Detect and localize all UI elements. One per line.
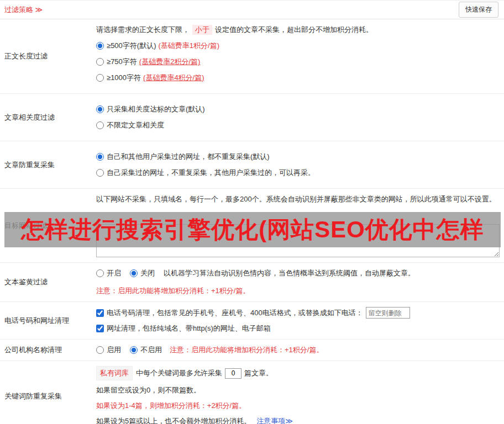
dedupe-self-radio[interactable] [96,169,104,177]
length-750-note: (基础费率2积分/篇) [139,56,201,67]
porn-filter-content: 开启 关闭 以机器学习算法自动识别色情内容，当色情概率达到系统阈值，自动屏蔽文章… [96,263,504,301]
porn-options-line: 开启 关闭 以机器学习算法自动识别色情内容，当色情概率达到系统阈值，自动屏蔽文章… [96,268,500,279]
phone-cleanup-line: 电话号码清理，包括常见的手机号、座机号、400电话格式，或替换成如下电话： [96,307,500,319]
relevance-option-any[interactable]: 不限定文章相关度 [96,120,500,131]
url-cleanup-text: 网址清理，包括纯域名、带http(s)的网址、电子邮箱 [107,323,271,334]
porn-off-option[interactable]: 关闭 [130,268,155,279]
relevance-strict-text: 只采集相关度达标的文章(默认) [107,104,205,115]
body-length-content: 请选择需求的正文长度下限，小于设定值的文章不采集，超出部分不增加积分消耗。 ≥5… [96,19,504,93]
relevance-option-strict[interactable]: 只采集相关度达标的文章(默认) [96,104,500,115]
relevance-any-text: 不限定文章相关度 [107,120,164,131]
replacement-phone-input[interactable] [366,307,410,319]
keyword-note-five-line: 如果设为5篇或以上，也不会额外增加积分消耗。 注意事项≫ [96,416,500,424]
length-option-750[interactable]: ≥750字符 (基础费率2积分/篇) [96,56,500,67]
intro-post: 设定值的文章不采集，超出部分不增加积分消耗。 [215,25,373,34]
length-500-note: (基础费率1积分/篇) [158,40,219,51]
company-cleanup-content: 启用 不启用 注意：启用此功能将增加积分消耗：+1积分/篇。 [96,340,504,361]
keyword-limit-line: 私有词库 中每个关键词最多允许采集 篇文章。 [96,366,500,380]
topbar: 过滤策略 ≫ 快速保存 [0,1,504,19]
relevance-content: 只采集相关度达标的文章(默认) 不限定文章相关度 [96,94,504,141]
row-label-dedupe: 文章防重复采集 [0,141,96,188]
url-cleanup-checkbox[interactable] [96,325,104,332]
porn-off-text: 关闭 [140,268,155,279]
dedupe-global-radio[interactable] [96,153,104,161]
filter-strategy-page: 过滤策略 ≫ 快速保存 正文长度过滤 请选择需求的正文长度下限，小于设定值的文章… [0,0,504,424]
porn-desc: 以机器学习算法自动识别色情内容，当色情概率达到系统阈值，自动屏蔽文章。 [164,268,415,279]
body-length-intro: 请选择需求的正文长度下限，小于设定值的文章不采集，超出部分不增加积分消耗。 [96,24,500,35]
row-dedupe: 文章防重复采集 自己和其他用户采集过的网址，都不重复采集(默认) 自己采集过的网… [0,141,504,189]
phone-cleanup-text: 电话号码清理，包括常见的手机号、座机号、400电话格式，或替换成如下电话： [107,308,363,319]
keyword-note-cost: 如果设为1-4篇，则增加积分消耗：+2积分/篇。 [96,400,500,411]
row-label-keyword-dedupe: 关键词防重复采集 [0,361,96,424]
relevance-strict-radio[interactable] [96,105,104,113]
length-option-500[interactable]: ≥500字符(默认) (基础费率1积分/篇) [96,40,500,51]
row-label-phone-url: 电话号码和网址清理 [0,302,96,339]
row-relevance: 文章相关度过滤 只采集相关度达标的文章(默认) 不限定文章相关度 [0,94,504,141]
phone-cleanup-option[interactable]: 电话号码清理，包括常见的手机号、座机号、400电话格式，或替换成如下电话： [96,308,363,319]
dedupe-option-self[interactable]: 自己采集过的网址，不重复采集，其他用户采集过的，可以再采。 [96,167,500,178]
notice-link[interactable]: 注意事项≫ [256,416,293,424]
keyword-limit-text-end: 篇文章。 [244,368,273,379]
company-disable-option[interactable]: 不启用 [130,344,162,356]
length-500-text: ≥500字符(默认) [107,40,156,51]
phone-cleanup-checkbox[interactable] [96,309,104,317]
url-cleanup-line: 网址清理，包括纯域名、带http(s)的网址、电子邮箱 [96,323,500,334]
porn-on-option[interactable]: 开启 [96,268,121,279]
company-options-line: 启用 不启用 注意：启用此功能将增加积分消耗：+1积分/篇。 [96,344,500,356]
site-filter-desc: 以下网站不采集，只填域名，每行一个，最多200个。系统会自动识别并屏蔽那些非文章… [96,194,500,204]
row-porn-filter: 文本鉴黄过滤 开启 关闭 以机器学习算法自动识别色情内容，当色情概率达到系统阈值… [0,263,504,302]
company-disable-text: 不启用 [140,344,162,356]
company-disable-radio[interactable] [130,346,138,354]
row-phone-url-cleanup: 电话号码和网址清理 电话号码清理，包括常见的手机号、座机号、400电话格式，或替… [0,302,504,340]
company-cost-note: 注意：启用此功能将增加积分消耗：+1积分/篇。 [170,344,323,356]
porn-on-text: 开启 [107,268,121,279]
row-keyword-dedupe: 关键词防重复采集 私有词库 中每个关键词最多允许采集 篇文章。 如果留空或设为0… [0,361,504,424]
phone-url-content: 电话号码清理，包括常见的手机号、座机号、400电话格式，或替换成如下电话： 网址… [96,302,504,339]
less-than-highlight: 小于 [192,25,212,35]
company-enable-text: 启用 [107,344,121,356]
keyword-limit-text-mid: 中每个关键词最多允许采集 [136,368,222,379]
dedupe-option-global[interactable]: 自己和其他用户采集过的网址，都不重复采集(默认) [96,151,500,162]
keyword-note-unlimited: 如果留空或设为0，则不限篇数。 [96,385,500,396]
page-title[interactable]: 过滤策略 ≫ [4,5,43,15]
porn-on-radio[interactable] [96,269,104,277]
url-cleanup-option[interactable]: 网址清理，包括纯域名、带http(s)的网址、电子邮箱 [96,323,271,334]
length-1000-text: ≥1000字符 [107,72,141,83]
private-lexicon-tag[interactable]: 私有词库 [96,366,133,380]
row-label-company-cleanup: 公司机构名称清理 [0,340,96,361]
row-site-filter: 目标网站过滤 以下网站不采集，只填域名，每行一个，最多200个。系统会自动识别并… [0,189,504,263]
company-enable-radio[interactable] [96,346,104,354]
row-label-porn-filter: 文本鉴黄过滤 [0,263,96,301]
company-enable-option[interactable]: 启用 [96,344,121,356]
relevance-any-radio[interactable] [96,121,104,129]
keyword-limit-input[interactable] [225,368,242,379]
watermark-text: 怎样进行搜索引擎优化(网站SEO优化中怎样 [21,214,484,245]
watermark-overlay: 怎样进行搜索引擎优化(网站SEO优化中怎样 [4,212,501,247]
quick-save-button[interactable]: 快速保存 [459,2,498,18]
length-option-1000[interactable]: ≥1000字符 (基础费率4积分/篇) [96,72,500,83]
intro-pre: 请选择需求的正文长度下限， [96,25,190,34]
porn-off-radio[interactable] [130,269,138,277]
row-label-body-length: 正文长度过滤 [0,19,96,93]
row-body-length: 正文长度过滤 请选择需求的正文长度下限，小于设定值的文章不采集，超出部分不增加积… [0,19,504,94]
length-1000-note: (基础费率4积分/篇) [143,72,204,83]
porn-cost-note: 注意：启用此功能将增加积分消耗：+1积分/篇。 [96,285,500,296]
dedupe-content: 自己和其他用户采集过的网址，都不重复采集(默认) 自己采集过的网址，不重复采集，… [96,141,504,188]
dedupe-global-text: 自己和其他用户采集过的网址，都不重复采集(默认) [107,151,270,162]
length-500-radio[interactable] [96,42,104,50]
length-750-text: ≥750字符 [107,56,137,67]
length-1000-radio[interactable] [96,74,104,82]
keyword-dedupe-content: 私有词库 中每个关键词最多允许采集 篇文章。 如果留空或设为0，则不限篇数。 如… [96,361,504,424]
keyword-note-five-text: 如果设为5篇或以上，也不会额外增加积分消耗。 [96,416,251,424]
row-label-relevance: 文章相关度过滤 [0,94,96,141]
dedupe-self-text: 自己采集过的网址，不重复采集，其他用户采集过的，可以再采。 [107,167,315,178]
length-750-radio[interactable] [96,58,104,66]
row-company-cleanup: 公司机构名称清理 启用 不启用 注意：启用此功能将增加积分消耗：+1积分/篇。 [0,340,504,361]
